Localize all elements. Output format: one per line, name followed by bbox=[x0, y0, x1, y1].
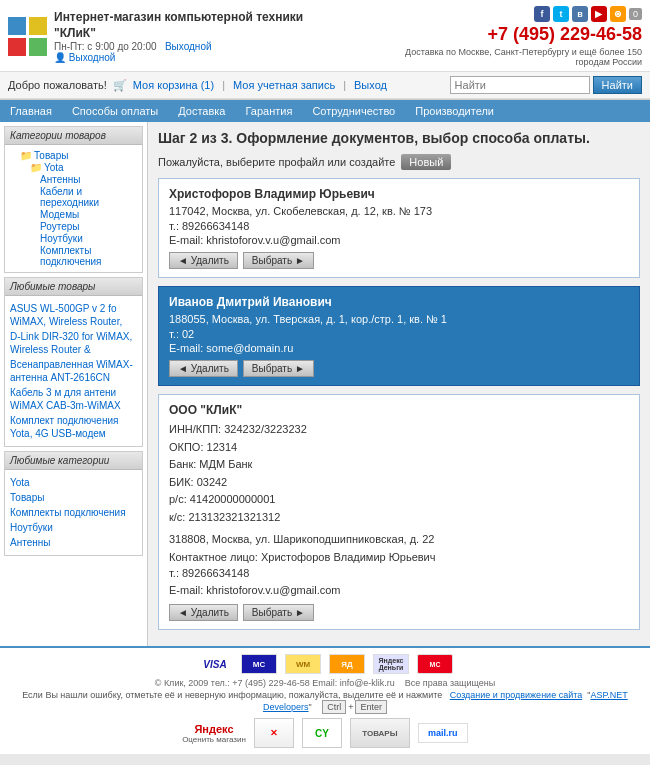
categories-section: Категории товаров 📁 Товары 📁 Yota bbox=[4, 126, 143, 273]
fav-categories-section: Любимые категории Yota Товары Комплекты … bbox=[4, 451, 143, 556]
categories-title: Категории товаров bbox=[5, 127, 142, 145]
mastercard-logo: MC bbox=[417, 654, 453, 674]
delete-button-2[interactable]: ◄ Удалить bbox=[169, 360, 238, 377]
select-button-company[interactable]: Выбрать ► bbox=[243, 604, 314, 621]
footer-error-text: Если Вы нашли ошибку, отметьте её и неве… bbox=[6, 690, 644, 714]
sidebar-item-cables[interactable]: Кабели и переходники bbox=[40, 186, 137, 208]
social-icons: f t в ▶ ⊛ 0 bbox=[382, 6, 642, 22]
twitter-icon[interactable]: t bbox=[553, 6, 569, 22]
entry-link[interactable]: Выходной bbox=[165, 41, 212, 52]
delete-button-1[interactable]: ◄ Удалить bbox=[169, 252, 238, 269]
footer-logos: VISA MC WM ЯД Яндекс Деньги MC bbox=[6, 654, 644, 674]
content-area: Шаг 2 из 3. Оформление документов, выбор… bbox=[148, 122, 650, 646]
search-input[interactable] bbox=[450, 76, 590, 94]
copyright-text: © Клик, 2009 тел.: +7 (495) 229-46-58 Em… bbox=[155, 678, 395, 688]
fav-cat-yota[interactable]: Yota bbox=[10, 476, 137, 489]
select-button-1[interactable]: Выбрать ► bbox=[243, 252, 314, 269]
favorites-section: Любимые товары ASUS WL-500GP v 2 fo WiMA… bbox=[4, 277, 143, 447]
exit-link[interactable]: Выход bbox=[354, 79, 387, 91]
rss-icon[interactable]: ⊛ bbox=[610, 6, 626, 22]
ctrl-enter-hint: Ctrl + Enter bbox=[322, 700, 387, 714]
sidebar-item-modems[interactable]: Модемы bbox=[40, 209, 137, 220]
header-top: Интернет-магазин компьютерной техники "К… bbox=[0, 0, 650, 71]
company-contact-email: E-mail: khristoforov.v.u@gmail.com bbox=[169, 582, 629, 599]
sidebar-item-yota[interactable]: 📁 Yota bbox=[30, 162, 137, 173]
logo-sq2 bbox=[29, 17, 47, 35]
yandexmoney-logo: ЯД bbox=[329, 654, 365, 674]
welcome-text: Добро пожаловать! bbox=[8, 79, 107, 91]
fav-item-3[interactable]: Всенаправленная WiMAX-антенна ANT-2616CN bbox=[10, 358, 137, 384]
sidebar-item-kits[interactable]: Комплекты подключения bbox=[40, 245, 137, 267]
profile-icon: 👤 bbox=[54, 52, 66, 63]
youtube-icon[interactable]: ▶ bbox=[591, 6, 607, 22]
folder-icon-yota: 📁 bbox=[30, 162, 42, 173]
sidebar-item-routers[interactable]: Роутеры bbox=[40, 221, 137, 232]
fav-cat-antennae[interactable]: Антенны bbox=[10, 536, 137, 549]
profile-phone-1: т.: 89266634148 bbox=[169, 220, 629, 232]
fav-cat-laptops[interactable]: Ноутбуки bbox=[10, 521, 137, 534]
profile-actions-1: ◄ Удалить Выбрать ► bbox=[169, 252, 629, 269]
main-layout: Категории товаров 📁 Товары 📁 Yota bbox=[0, 122, 650, 646]
header-mid: Добро пожаловать! 🛒 Моя корзина (1) | Мо… bbox=[0, 71, 650, 99]
cart-link[interactable]: Моя корзина (1) bbox=[133, 79, 214, 91]
search-button[interactable]: Найти bbox=[593, 76, 642, 94]
facebook-icon[interactable]: f bbox=[534, 6, 550, 22]
fav-item-4[interactable]: Кабель 3 м для антени WiMAX CAB-3m-WiMAX bbox=[10, 386, 137, 412]
header-right: f t в ▶ ⊛ 0 +7 (495) 229-46-58 Доставка … bbox=[382, 6, 642, 67]
logo-sq1 bbox=[8, 17, 26, 35]
enter-key: Enter bbox=[355, 700, 387, 714]
company-inn: ИНН/КПП: 324232/3223232 bbox=[169, 421, 629, 439]
error-desc: Если Вы нашли ошибку, отметьте её и неве… bbox=[22, 690, 442, 700]
nav-warranty[interactable]: Гарантия bbox=[235, 100, 302, 122]
sidebar-item-goods[interactable]: 📁 Товары bbox=[20, 150, 137, 161]
nav-delivery[interactable]: Доставка bbox=[168, 100, 235, 122]
fav-item-1[interactable]: ASUS WL-500GP v 2 fo WiMAX, Wireless Rou… bbox=[10, 302, 137, 328]
visa-logo: VISA bbox=[197, 654, 233, 674]
fav-categories-list: Yota Товары Комплекты подключения Ноутбу… bbox=[5, 470, 142, 555]
sidebar-item-laptops[interactable]: Ноутбуки bbox=[40, 233, 137, 244]
new-profile-button[interactable]: Новый bbox=[401, 154, 451, 170]
worktime-text: Пн-Пт: с 9:00 до 20:00 bbox=[54, 41, 157, 52]
create-site-link[interactable]: Создание и продвижение сайта bbox=[450, 690, 582, 700]
nav-producers[interactable]: Производители bbox=[405, 100, 504, 122]
nav-cooperation[interactable]: Сотрудничество bbox=[302, 100, 405, 122]
sidebar-item-antennae[interactable]: Антенны bbox=[40, 174, 137, 185]
sidebar: Категории товаров 📁 Товары 📁 Yota bbox=[0, 122, 148, 646]
mailru-text: mail.ru bbox=[428, 728, 458, 738]
profile-link-text: Выходной bbox=[69, 52, 116, 63]
fav-item-2[interactable]: D-Link DIR-320 for WiMAX, Wireless Route… bbox=[10, 330, 137, 356]
delivery-text: Доставка по Москве, Санкт-Петербургу и е… bbox=[382, 47, 642, 67]
vk-icon[interactable]: в bbox=[572, 6, 588, 22]
select-button-2[interactable]: Выбрать ► bbox=[243, 360, 314, 377]
profile-phone-2: т.: 02 bbox=[169, 328, 629, 340]
cy-logo: CY bbox=[302, 718, 342, 748]
company-ks: к/с: 213132321321312 bbox=[169, 509, 629, 527]
profile-card-1: Христофоров Владимир Юрьевич 117042, Мос… bbox=[158, 178, 640, 278]
company-bank: Банк: МДМ Банк bbox=[169, 456, 629, 474]
logo-title: Интернет-магазин компьютерной техники "К… bbox=[54, 10, 314, 41]
profile-line: 👤 Выходной bbox=[54, 52, 314, 63]
subtitle-text: Пожалуйста, выберите профайл или создайт… bbox=[158, 156, 395, 168]
fav-cat-goods[interactable]: Товары bbox=[10, 491, 137, 504]
company-name: ООО "КЛиК" bbox=[169, 403, 629, 417]
fav-cat-kits[interactable]: Комплекты подключения bbox=[10, 506, 137, 519]
elecsnet-logo: Яндекс Деньги bbox=[373, 654, 409, 674]
profile-email-1: E-mail: khristoforov.v.u@gmail.com bbox=[169, 234, 629, 246]
all-rights-text: Все права защищены bbox=[405, 678, 495, 688]
profile-name-2: Иванов Дмитрий Иванович bbox=[169, 295, 629, 309]
step-subtitle: Пожалуйста, выберите профайл или создайт… bbox=[158, 154, 640, 170]
profile-link[interactable]: 👤 Выходной bbox=[54, 52, 115, 63]
categories-tree: 📁 Товары 📁 Yota Антенны Кабели и переход… bbox=[5, 145, 142, 272]
company-card: ООО "КЛиК" ИНН/КПП: 324232/3223232 ОКПО:… bbox=[158, 394, 640, 630]
account-link[interactable]: Моя учетная запись bbox=[233, 79, 335, 91]
nav-payment[interactable]: Способы оплаты bbox=[62, 100, 168, 122]
yandex-market-block: Яндекс Оценить магазин bbox=[182, 723, 246, 744]
fav-item-5[interactable]: Комплект подключения Yota, 4G USB-модем bbox=[10, 414, 137, 440]
webmoney-logo: WM bbox=[285, 654, 321, 674]
company-rs: р/с: 41420000000001 bbox=[169, 491, 629, 509]
sep1: | bbox=[222, 79, 225, 91]
profile-addr-1: 117042, Москва, ул. Скобелевская, д. 12,… bbox=[169, 205, 629, 217]
company-address: 318808, Москва, ул. Шарикоподшипниковска… bbox=[169, 533, 629, 545]
nav-main[interactable]: Главная bbox=[0, 100, 62, 122]
delete-button-company[interactable]: ◄ Удалить bbox=[169, 604, 238, 621]
